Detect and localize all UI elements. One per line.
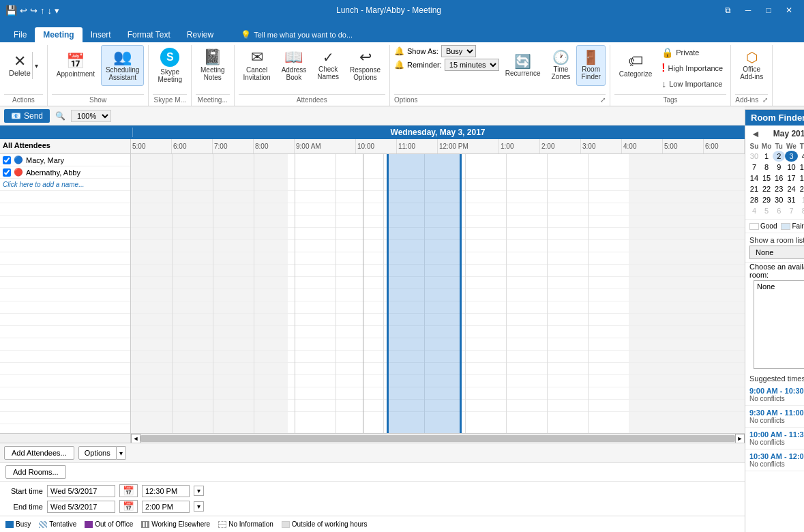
tab-meeting[interactable]: Meeting	[35, 27, 82, 42]
cal-day-30[interactable]: 30	[773, 194, 785, 205]
suggested-time-1[interactable]: 9:00 AM - 10:30 AM No conflicts	[745, 384, 804, 406]
cal-day-3[interactable]: 3	[785, 151, 798, 162]
tab-file[interactable]: File	[5, 27, 35, 42]
add-attendee-row[interactable]: Click here to add a name...	[0, 179, 130, 191]
categorize-button[interactable]: 🏷 Categorize	[614, 45, 657, 86]
cal-day-17[interactable]: 17	[785, 173, 798, 183]
cal-day-2[interactable]: 2	[773, 151, 785, 162]
down-icon[interactable]: ↓	[48, 5, 53, 16]
cal-day-1[interactable]: 1	[760, 151, 773, 162]
customize-icon[interactable]: ▾	[55, 5, 59, 16]
cal-day-18[interactable]: 18	[798, 173, 804, 183]
suggested-time-2[interactable]: 9:30 AM - 11:00 AM No conflicts	[745, 406, 804, 428]
scroll-right-btn[interactable]: ►	[735, 434, 745, 443]
skype-meeting-button[interactable]: S Skype Meeting	[153, 45, 187, 86]
redo-icon[interactable]: ↪	[30, 5, 38, 16]
scroll-track[interactable]: ◄ ►	[131, 434, 745, 443]
reminder-select[interactable]: 15 minutes	[445, 59, 499, 71]
addins-expand-icon[interactable]: ⤢	[762, 96, 768, 104]
h-scrollbar[interactable]: ◄ ►	[0, 433, 745, 443]
cal-day-7-next[interactable]: 7	[785, 205, 798, 216]
attendee-checkbox-abby[interactable]	[3, 168, 11, 177]
cal-day-4-next[interactable]: 4	[748, 205, 760, 216]
end-calendar-button[interactable]: 📅	[119, 500, 138, 513]
time-grid[interactable]	[131, 154, 745, 433]
appointment-button[interactable]: 📅 Appointment	[52, 45, 100, 86]
tab-review[interactable]: Review	[179, 27, 222, 42]
cal-day-16[interactable]: 16	[773, 173, 785, 183]
cal-day-29[interactable]: 29	[760, 194, 773, 205]
cal-day-15[interactable]: 15	[760, 173, 773, 183]
start-time-input[interactable]	[142, 485, 190, 497]
cal-day-11[interactable]: 11	[798, 162, 804, 173]
cal-day-30-prev[interactable]: 30	[748, 151, 760, 162]
tab-format-text[interactable]: Format Text	[119, 27, 179, 42]
cal-day-4[interactable]: 4	[798, 151, 804, 162]
delete-button[interactable]: ✕ Delete ▾	[4, 45, 43, 86]
attendee-checkbox-macy[interactable]	[3, 156, 11, 164]
start-date-input[interactable]	[47, 485, 115, 497]
cal-day-6-next[interactable]: 6	[773, 205, 785, 216]
cal-day-9[interactable]: 9	[773, 162, 785, 173]
recurrence-button[interactable]: 🔄 Recurrence	[501, 45, 546, 86]
maximize-btn[interactable]: □	[759, 3, 778, 18]
options-expand-icon[interactable]: ⤢	[600, 96, 606, 104]
end-date-input[interactable]	[47, 501, 115, 513]
room-availability-list[interactable]: None	[754, 280, 804, 369]
add-attendee-placeholder[interactable]: Click here to add a name...	[3, 181, 85, 188]
zoom-select[interactable]: 100% 50% 75% 150% 200%	[71, 110, 111, 122]
tab-insert[interactable]: Insert	[83, 27, 119, 42]
meeting-notes-button[interactable]: 📓 Meeting Notes	[196, 45, 230, 86]
address-book-button[interactable]: 📖 Address Book	[277, 45, 312, 86]
cal-day-31[interactable]: 31	[785, 194, 798, 205]
check-names-button[interactable]: ✓ Check Names	[312, 45, 344, 86]
scheduling-assistant-button[interactable]: 👥 Scheduling Assistant	[101, 45, 144, 86]
cal-day-25[interactable]: 25	[798, 183, 804, 194]
cal-day-1-next[interactable]: 1	[798, 194, 804, 205]
low-importance-button[interactable]: ↓ Low Importance	[658, 76, 726, 91]
private-button[interactable]: 🔒 Private	[658, 45, 726, 60]
restore-btn[interactable]: ⧉	[718, 3, 737, 18]
room-finder-button[interactable]: 🚪 Room Finder	[576, 45, 605, 86]
add-rooms-button[interactable]: Add Rooms...	[5, 465, 66, 479]
up-icon[interactable]: ↑	[40, 5, 45, 16]
close-btn[interactable]: ✕	[779, 3, 799, 18]
cal-day-23[interactable]: 23	[773, 183, 785, 194]
start-calendar-button[interactable]: 📅	[119, 484, 138, 497]
add-attendees-button[interactable]: Add Attendees...	[4, 446, 74, 460]
undo-icon[interactable]: ↩	[20, 5, 27, 16]
suggested-time-4[interactable]: 10:30 AM - 12:00 P... No conflicts	[745, 449, 804, 471]
end-time-dropdown[interactable]: ▾	[194, 501, 204, 512]
cal-day-5-next[interactable]: 5	[760, 205, 773, 216]
cal-prev-btn[interactable]: ◄	[748, 128, 763, 139]
scroll-left-btn[interactable]: ◄	[131, 434, 140, 443]
show-as-select[interactable]: Busy	[441, 45, 476, 57]
cal-day-14[interactable]: 14	[748, 173, 760, 183]
timezones-button[interactable]: 🕐 Time Zones	[546, 45, 575, 86]
cal-day-24[interactable]: 24	[785, 183, 798, 194]
scroll-thumb[interactable]	[140, 435, 735, 442]
suggested-time-3[interactable]: 10:00 AM - 11:30 ... No conflicts	[745, 428, 804, 449]
response-options-button[interactable]: ↩ Response Options	[345, 45, 385, 86]
save-icon[interactable]: 💾	[5, 5, 17, 16]
options-button[interactable]: Options	[78, 446, 117, 460]
check-names-label: Check Names	[317, 65, 339, 80]
cal-day-28[interactable]: 28	[748, 194, 760, 205]
cal-day-7[interactable]: 7	[748, 162, 760, 173]
cancel-invitation-button[interactable]: ✉ Cancel Invitation	[239, 45, 276, 86]
show-room-list-select[interactable]: None	[749, 246, 804, 259]
options-dropdown-button[interactable]: ▾	[117, 446, 126, 460]
cal-day-10[interactable]: 10	[785, 162, 798, 173]
cal-day-22[interactable]: 22	[760, 183, 773, 194]
tell-me-input[interactable]: 💡 Tell me what you want to do...	[235, 27, 358, 42]
delete-dropdown[interactable]: ▾	[32, 52, 38, 79]
office-addins-button[interactable]: ⬡ Office Add-ins	[735, 45, 768, 86]
end-time-input[interactable]	[142, 501, 190, 513]
high-importance-button[interactable]: ! High Importance	[658, 60, 726, 76]
cal-day-8[interactable]: 8	[760, 162, 773, 173]
cal-day-8-next[interactable]: 8	[798, 205, 804, 216]
start-time-dropdown[interactable]: ▾	[194, 486, 204, 496]
cal-day-21[interactable]: 21	[748, 183, 760, 194]
minimize-btn[interactable]: ─	[739, 3, 758, 18]
send-button[interactable]: 📧 Send	[4, 109, 50, 123]
